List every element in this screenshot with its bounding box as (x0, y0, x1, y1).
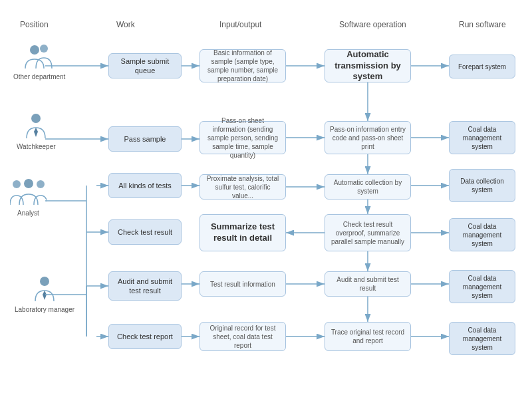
work-all-kinds: All kinds of tests (108, 173, 182, 198)
person-analyst: Analyst (10, 178, 47, 217)
svg-marker-8 (43, 291, 47, 300)
io-proximate: Proximate analysis, total sulfur test, c… (200, 174, 286, 200)
sw-trace-original: Trace original test record and report (325, 322, 411, 351)
header-sw-op: Software operation (339, 20, 406, 29)
svg-point-7 (40, 277, 49, 286)
work-check-test-report: Check test report (108, 324, 182, 349)
io-test-result-info: Test result information (200, 271, 286, 297)
work-check-test-result: Check test result (108, 219, 182, 245)
sw-auto-collection: Automatic collection by system (325, 174, 411, 200)
run-coal-data-3: Coal data management system (449, 270, 515, 303)
run-forepart: Forepart system (449, 55, 515, 78)
sw-audit-submit: Audit and submit test result (325, 271, 411, 297)
sw-pass-on-info: Pass-on information entry code and pass-… (325, 121, 411, 154)
svg-point-4 (13, 180, 21, 188)
person-analyst-label: Analyst (17, 209, 39, 217)
workflow-diagram: Position Work Input/output Software oper… (0, 0, 532, 399)
svg-point-1 (30, 45, 39, 55)
io-basic-info: Basic information of sample (sample type… (200, 49, 286, 82)
svg-point-6 (37, 180, 45, 188)
svg-point-2 (31, 114, 41, 123)
person-other-dept-label: Other department (13, 72, 65, 81)
header-io: Input/output (219, 20, 261, 29)
person-lab-manager-label: Laboratory manager (15, 305, 74, 314)
io-summarize: Summarize test result in detail (200, 214, 286, 251)
svg-point-0 (40, 45, 48, 53)
person-lab-manager: Laboratory manager (15, 276, 74, 314)
work-sample-submit: Sample submit queue (108, 53, 182, 78)
svg-point-5 (24, 179, 33, 188)
sw-check-overproof: Check test result overproof, summarize p… (325, 214, 411, 251)
person-other-dept: Other department (13, 43, 65, 81)
io-original-record: Original record for test sheet, coal dat… (200, 322, 286, 351)
run-coal-data-1: Coal data management system (449, 121, 515, 154)
header-run-sw: Run software (459, 20, 506, 29)
work-audit-submit: Audit and submit test result (108, 271, 182, 301)
run-coal-data-2: Coal data management system (449, 218, 515, 251)
header-work: Work (116, 20, 135, 29)
person-watchkeeper: Watchkeeper (17, 113, 56, 151)
header-position: Position (20, 20, 49, 29)
person-watchkeeper-label: Watchkeeper (17, 142, 56, 151)
sw-auto-transmission: Automatic transmission by system (325, 49, 411, 82)
io-pass-on: Pass-on sheet information (sending sampl… (200, 121, 286, 154)
run-coal-data-4: Coal data management system (449, 322, 515, 355)
work-pass-sample: Pass sample (108, 126, 182, 152)
run-data-collection: Data collection system (449, 169, 515, 202)
svg-marker-3 (34, 128, 38, 137)
